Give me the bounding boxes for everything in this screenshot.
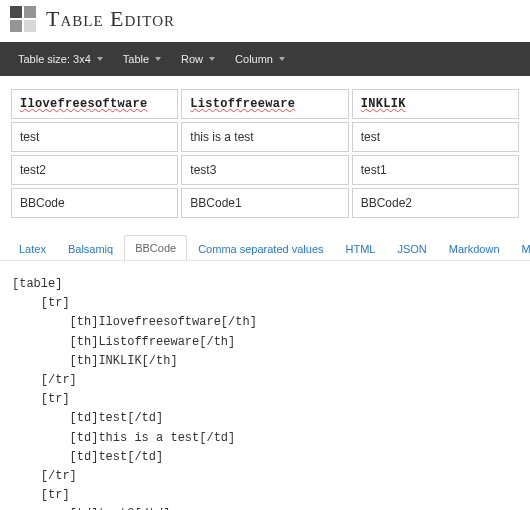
chevron-down-icon (279, 57, 285, 61)
table-body: testthis is a testtesttest2test3test1BBC… (11, 122, 519, 218)
table-cell[interactable]: test (11, 122, 178, 152)
toolbar-item-3[interactable]: Column (225, 42, 295, 76)
header-text: Listoffreeware (190, 97, 295, 111)
table-cell[interactable]: BBCode1 (181, 188, 348, 218)
table-header-cell[interactable]: Listoffreeware (181, 89, 348, 119)
table-container: IlovefreesoftwareListoffreewareINKLIK te… (0, 76, 530, 229)
app-logo-icon (10, 6, 36, 32)
toolbar-item-1[interactable]: Table (113, 42, 171, 76)
table-row: testthis is a testtest (11, 122, 519, 152)
tab-balsamiq[interactable]: Balsamiq (57, 236, 124, 261)
chevron-down-icon (209, 57, 215, 61)
toolbar-item-label: Column (235, 53, 273, 65)
tab-json[interactable]: JSON (386, 236, 437, 261)
toolbar-item-label: Table (123, 53, 149, 65)
table-header-row: IlovefreesoftwareListoffreewareINKLIK (11, 89, 519, 119)
menu-toolbar: Table size: 3x4TableRowColumn (0, 42, 530, 76)
output-tabs: LatexBalsamiqBBCodeComma separated value… (0, 229, 530, 261)
table-cell[interactable]: test2 (11, 155, 178, 185)
table-cell[interactable]: test3 (181, 155, 348, 185)
table-row: test2test3test1 (11, 155, 519, 185)
app-title: Table Editor (46, 6, 175, 32)
table-cell[interactable]: BBCode2 (352, 188, 519, 218)
table-header-cell[interactable]: INKLIK (352, 89, 519, 119)
header-text: Ilovefreesoftware (20, 97, 148, 111)
toolbar-item-label: Table size: 3x4 (18, 53, 91, 65)
toolbar-item-0[interactable]: Table size: 3x4 (8, 42, 113, 76)
tab-html[interactable]: HTML (335, 236, 387, 261)
table-cell[interactable]: test1 (352, 155, 519, 185)
app-header: Table Editor (0, 0, 530, 36)
toolbar-item-2[interactable]: Row (171, 42, 225, 76)
tab-markdown[interactable]: Markdown (438, 236, 511, 261)
tab-mathematica[interactable]: Mathematica (511, 236, 530, 261)
table-row: BBCodeBBCode1BBCode2 (11, 188, 519, 218)
data-table: IlovefreesoftwareListoffreewareINKLIK te… (8, 86, 522, 221)
table-cell[interactable]: test (352, 122, 519, 152)
table-header-cell[interactable]: Ilovefreesoftware (11, 89, 178, 119)
tab-bbcode[interactable]: BBCode (124, 235, 187, 261)
chevron-down-icon (155, 57, 161, 61)
code-output[interactable]: [table] [tr] [th]Ilovefreesoftware[/th] … (0, 261, 530, 510)
toolbar-item-label: Row (181, 53, 203, 65)
table-cell[interactable]: BBCode (11, 188, 178, 218)
tab-latex[interactable]: Latex (8, 236, 57, 261)
chevron-down-icon (97, 57, 103, 61)
table-cell[interactable]: this is a test (181, 122, 348, 152)
tab-comma-separated-values[interactable]: Comma separated values (187, 236, 334, 261)
header-text: INKLIK (361, 97, 406, 111)
